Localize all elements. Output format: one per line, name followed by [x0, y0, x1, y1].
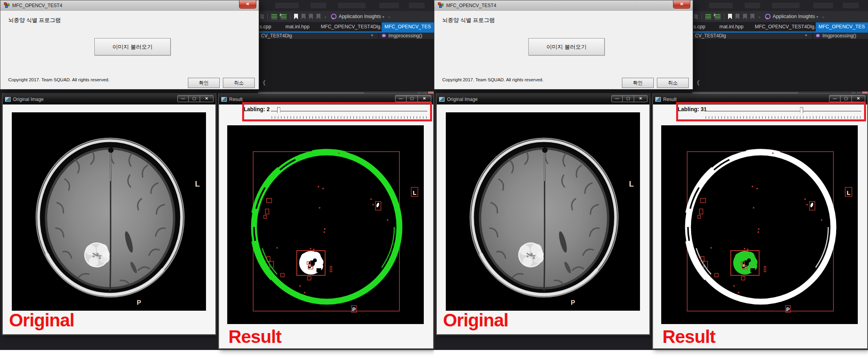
window-titlebar[interactable]: Original Image — ▢ ✕	[3, 94, 215, 104]
navbar-member-dropdown[interactable]: Imgprocessing()	[822, 33, 856, 38]
labeled-result-image: L P	[227, 125, 424, 324]
navbar-divider	[812, 33, 813, 39]
vs-navigation-bar: CV_TEST4Dlg ▾ Imgprocessing()	[692, 33, 868, 39]
tab-dlg-h[interactable]: MFC_OPENCV_TEST4Dlg.h	[755, 22, 818, 31]
ok-button[interactable]: 확인	[622, 78, 654, 88]
method-cube-icon	[816, 34, 820, 37]
minimize-button[interactable]: —	[611, 95, 623, 102]
tab-active-dlg-cpp[interactable]: MFC_OPENCV_TES	[816, 22, 868, 31]
original-image-window: Original Image — ▢ ✕	[436, 94, 650, 335]
close-button[interactable]: ✕	[239, 0, 256, 9]
bookmark-icon[interactable]	[728, 14, 732, 19]
svg-text:L: L	[847, 189, 850, 196]
format-selection-icon[interactable]	[281, 14, 287, 19]
chevron-down-icon[interactable]: ▾	[371, 33, 373, 37]
tab-mat-inl-hpp[interactable]: mat.inl.hpp	[719, 22, 743, 31]
vs-toolbar: ⌄ Application Insights ▾ ⌄	[258, 11, 434, 22]
maximize-button[interactable]: ▢	[840, 95, 852, 102]
dialog-titlebar[interactable]: MFC_OPENCV_TEST4 ✕	[0, 0, 259, 11]
svg-text:P: P	[786, 306, 790, 312]
toolbar-overflow-chevron-icon[interactable]: ⌄	[758, 15, 761, 18]
next-bookmark-icon[interactable]	[309, 14, 313, 19]
window-titlebar[interactable]: Original Image — ▢ ✕	[437, 94, 649, 104]
maximize-button[interactable]: ▢	[406, 95, 418, 102]
tab-cpp[interactable]: s.cpp	[693, 22, 705, 31]
vs-ghost-button	[843, 3, 859, 8]
minimize-button[interactable]: —	[829, 95, 840, 102]
copyright-label: Copyright 2017. Team SQUAD. All rights r…	[8, 77, 109, 82]
code-editor[interactable]: {	[258, 39, 434, 92]
vs-tab-bar: s.cpp mat.inl.hpp MFC_OPENCV_TEST4Dlg.h …	[692, 22, 868, 31]
close-button[interactable]: ✕	[673, 0, 690, 9]
window-title: Original Image	[13, 97, 44, 102]
format-selection-icon[interactable]	[715, 14, 721, 19]
chevron-down-icon[interactable]: ▾	[805, 33, 807, 37]
toolbar-overflow-chevron-icon[interactable]: ⌄	[388, 15, 391, 18]
close-button[interactable]: ✕	[418, 95, 431, 102]
orientation-marker-l: L	[195, 180, 200, 188]
chevron-down-icon: ▾	[383, 15, 384, 19]
toolbar-clipped-icon[interactable]	[694, 14, 698, 19]
vs-ghost-button	[772, 3, 800, 8]
vs-toolbar: ⌄ Application Insights ▾ ⌄	[692, 11, 868, 22]
navbar-member-dropdown[interactable]: Imgprocessing()	[388, 33, 422, 38]
brain-mri-image: L P	[446, 112, 640, 311]
tab-active-dlg-cpp[interactable]: MFC_OPENCV_TES	[382, 22, 434, 31]
original-image-window: Original Image — ▢ ✕	[2, 94, 216, 335]
cancel-button[interactable]: 취소	[223, 78, 255, 88]
close-button[interactable]: ✕	[634, 95, 647, 102]
result-image-area: L P	[227, 125, 424, 324]
lightbulb-icon[interactable]	[765, 14, 769, 20]
window-controls: — ▢ ✕	[177, 95, 213, 102]
result-caption: Result	[228, 326, 281, 347]
screenshot-half: ⌄ Application Insights ▾ ⌄ s.cpp mat.inl…	[434, 0, 868, 359]
navbar-divider	[378, 33, 379, 39]
prev-bookmark-icon[interactable]	[736, 14, 739, 19]
close-button[interactable]: ✕	[200, 95, 213, 102]
application-insights-dropdown[interactable]: Application Insights ▾	[339, 14, 384, 19]
window-title: Result	[663, 97, 677, 102]
load-image-button[interactable]: 이미지 불러오기	[528, 38, 605, 55]
tab-mat-inl-hpp[interactable]: mat.inl.hpp	[285, 22, 309, 31]
cancel-button[interactable]: 취소	[657, 78, 689, 88]
ok-button[interactable]: 확인	[188, 78, 220, 88]
tab-cpp[interactable]: s.cpp	[259, 22, 271, 31]
vs-ghost-button	[275, 3, 299, 8]
image-window-icon	[5, 97, 11, 102]
maximize-button[interactable]: ▢	[189, 95, 200, 102]
vs-ghost-button	[745, 3, 760, 8]
code-editor[interactable]: {	[692, 39, 868, 92]
orientation-marker-p: P	[137, 299, 141, 306]
load-image-button[interactable]: 이미지 불러오기	[94, 38, 171, 55]
close-button[interactable]: ✕	[852, 95, 865, 102]
prev-bookmark-icon[interactable]	[302, 14, 305, 19]
toolbar-clipped-icon[interactable]	[260, 14, 264, 19]
format-document-icon[interactable]	[705, 14, 711, 19]
application-insights-dropdown[interactable]: Application Insights ▾	[773, 14, 818, 19]
toolbar-separator	[290, 13, 291, 20]
format-document-icon[interactable]	[271, 14, 277, 19]
minimize-button[interactable]: —	[395, 95, 406, 102]
vs-ghost-button	[379, 3, 399, 8]
lightbulb-icon[interactable]	[331, 14, 335, 20]
toolbar-separator	[724, 13, 725, 20]
dialog-titlebar[interactable]: MFC_OPENCV_TEST4 ✕	[434, 0, 693, 11]
next-bookmark-icon[interactable]	[743, 14, 747, 19]
toolbar-separator	[267, 13, 268, 20]
copyright-label: Copyright 2017. Team SQUAD. All rights r…	[442, 77, 543, 82]
navbar-type-dropdown[interactable]: CV_TEST4Dlg	[261, 33, 292, 38]
toolbar-overflow-chevron-icon[interactable]: ⌄	[324, 15, 327, 18]
svg-text:L: L	[413, 189, 416, 196]
navbar-type-dropdown[interactable]: CV_TEST4Dlg	[695, 33, 726, 38]
bookmark-icon[interactable]	[294, 14, 298, 19]
clear-bookmarks-icon[interactable]	[750, 14, 754, 19]
vs-ghost-button	[338, 3, 366, 8]
editor-text: {	[697, 80, 700, 86]
orientation-marker-p: P	[571, 299, 575, 306]
vs-navigation-bar: CV_TEST4Dlg ▾ Imgprocessing()	[258, 33, 434, 39]
toolbar-overflow-chevron-icon[interactable]: ⌄	[822, 15, 825, 18]
tab-dlg-h[interactable]: MFC_OPENCV_TEST4Dlg.h	[321, 22, 384, 31]
minimize-button[interactable]: —	[177, 95, 189, 102]
clear-bookmarks-icon[interactable]	[316, 14, 320, 19]
maximize-button[interactable]: ▢	[623, 95, 634, 102]
